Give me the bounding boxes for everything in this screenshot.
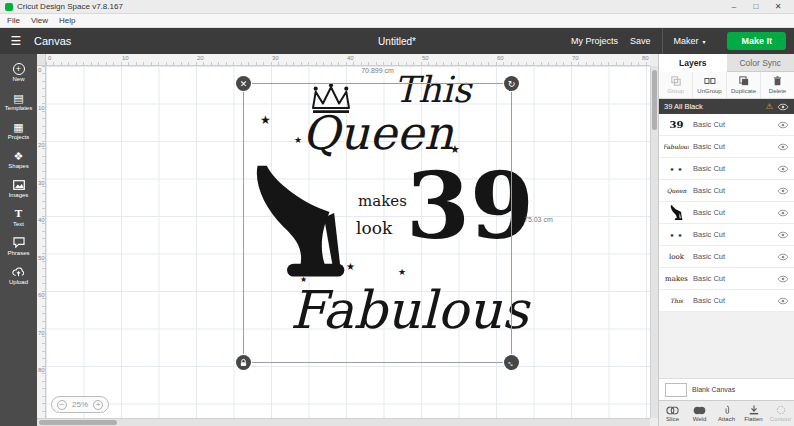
title-bar: Cricut Design Space v7.8.167 – □ ✕: [0, 0, 794, 14]
duplicate-button[interactable]: Duplicate: [727, 72, 761, 98]
eye-icon[interactable]: [777, 187, 789, 195]
layer-group-title: 39 All Black: [664, 102, 703, 111]
menu-file[interactable]: File: [7, 16, 20, 25]
ungroup-button[interactable]: UnGroup: [693, 72, 727, 98]
sidebar-item-projects[interactable]: ▦ Projects: [0, 115, 37, 144]
layer-row[interactable]: Basic Cut: [659, 202, 794, 224]
eye-icon[interactable]: [777, 165, 789, 173]
horizontal-scrollbar-thumb[interactable]: [39, 420, 117, 425]
contour-button: Contour: [767, 401, 794, 426]
stars-thumbnail: ★ ★: [670, 166, 683, 172]
projects-icon: ▦: [13, 120, 23, 133]
flatten-button[interactable]: Flatten: [740, 401, 767, 426]
eye-icon[interactable]: [777, 103, 789, 111]
zoom-in-button[interactable]: +: [93, 400, 103, 410]
layer-row[interactable]: Queen Basic Cut: [659, 180, 794, 202]
rotate-selection-handle[interactable]: ↻: [504, 76, 519, 91]
layer-row[interactable]: This Basic Cut: [659, 290, 794, 312]
vertical-scrollbar-thumb[interactable]: [652, 70, 657, 130]
warning-icon[interactable]: ⚠: [766, 102, 773, 111]
layer-thumbnail: Fabulous: [664, 138, 689, 156]
sidebar-item-phrases[interactable]: Phrases: [0, 231, 37, 260]
layer-tools-bar: Slice Weld Attach Flatten Contour: [659, 400, 794, 426]
delete-button[interactable]: Delete: [761, 72, 794, 98]
my-projects-link[interactable]: My Projects: [571, 36, 618, 46]
shoe-thumbnail: [669, 205, 684, 221]
layer-row[interactable]: Fabulous Basic Cut: [659, 136, 794, 158]
shapes-icon: ❖: [14, 149, 24, 162]
layer-thumbnail: This: [664, 292, 689, 310]
sidebar-item-text[interactable]: T Text: [0, 202, 37, 231]
sidebar-item-new[interactable]: + New: [0, 57, 37, 86]
chevron-down-icon: ▾: [702, 38, 705, 45]
machine-name: Maker: [673, 36, 698, 46]
layer-thumbnail: 39: [664, 116, 689, 134]
resize-selection-handle[interactable]: ↔: [504, 355, 519, 370]
templates-icon: ▤: [13, 91, 23, 104]
layer-thumbnail: ★ ★: [664, 160, 689, 178]
layer-thumbnail: [664, 204, 689, 222]
vertical-scrollbar[interactable]: [650, 66, 658, 418]
eye-icon[interactable]: [777, 297, 789, 305]
layer-group-header[interactable]: 39 All Black ⚠: [659, 99, 794, 114]
hamburger-menu-icon[interactable]: ☰: [0, 28, 32, 54]
zoom-out-button[interactable]: −: [57, 400, 67, 410]
weld-button[interactable]: Weld: [686, 401, 713, 426]
eye-icon[interactable]: [777, 275, 789, 283]
eye-icon[interactable]: [777, 231, 789, 239]
minimize-button[interactable]: –: [723, 0, 745, 13]
menu-help[interactable]: Help: [59, 16, 75, 25]
layer-actions: Group UnGroup Duplicate Delete: [659, 72, 794, 99]
selection-width-dimension: 70.899 cm: [243, 67, 512, 74]
blank-canvas-swatch[interactable]: [665, 383, 687, 397]
slice-button[interactable]: Slice: [659, 401, 686, 426]
layer-row[interactable]: look Basic Cut: [659, 246, 794, 268]
save-link[interactable]: Save: [630, 36, 651, 46]
horizontal-scrollbar[interactable]: [37, 418, 650, 426]
app-header: ☰ Canvas Untitled* My Projects Save Make…: [0, 28, 794, 54]
layer-row[interactable]: makes Basic Cut: [659, 268, 794, 290]
upload-icon: [12, 265, 25, 278]
attach-button[interactable]: Attach: [713, 401, 740, 426]
stars-thumbnail: ★ ★: [670, 232, 683, 238]
maximize-button[interactable]: □: [745, 0, 767, 13]
app-window: Cricut Design Space v7.8.167 – □ ✕ File …: [0, 0, 794, 426]
close-button[interactable]: ✕: [767, 0, 789, 13]
canvas-area: 0 10 20 30 40 50 60 70 80 0 10 20 30 40 …: [37, 54, 658, 426]
tab-color-sync[interactable]: Color Sync: [727, 54, 794, 72]
lock-selection-handle[interactable]: [236, 355, 251, 370]
menu-view[interactable]: View: [31, 16, 48, 25]
machine-selector[interactable]: Maker ▾: [662, 28, 715, 54]
new-icon: +: [13, 62, 25, 75]
phrases-icon: [13, 236, 25, 249]
left-sidebar: + New ▤ Templates ▦ Projects ❖ Shapes Im…: [0, 54, 37, 426]
layer-thumbnail: look: [664, 248, 689, 266]
sidebar-item-templates[interactable]: ▤ Templates: [0, 86, 37, 115]
vertical-ruler: 0 10 20 30 40 50 60 70 80: [37, 66, 46, 418]
images-icon: [13, 178, 25, 191]
sidebar-item-images[interactable]: Images: [0, 173, 37, 202]
eye-icon[interactable]: [777, 121, 789, 129]
tab-layers[interactable]: Layers: [659, 54, 727, 72]
delete-selection-handle[interactable]: ✕: [236, 76, 251, 91]
selection-bounding-box[interactable]: ✕ ↻ ↔: [243, 83, 512, 363]
canvas-page-label: Canvas: [34, 35, 71, 47]
layer-row[interactable]: ★ ★ Basic Cut: [659, 158, 794, 180]
layer-row[interactable]: 39 Basic Cut: [659, 114, 794, 136]
make-it-button[interactable]: Make It: [727, 32, 786, 50]
layer-row[interactable]: ★ ★ Basic Cut: [659, 224, 794, 246]
eye-icon[interactable]: [777, 143, 789, 151]
text-icon: T: [15, 207, 22, 220]
blank-canvas-label: Blank Canvas: [692, 386, 735, 393]
eye-icon[interactable]: [777, 209, 789, 217]
sidebar-item-shapes[interactable]: ❖ Shapes: [0, 144, 37, 173]
horizontal-ruler: 0 10 20 30 40 50 60 70 80: [46, 54, 650, 66]
panel-tabs: Layers Color Sync: [659, 54, 794, 72]
layer-thumbnail: makes: [664, 270, 689, 288]
blank-canvas-row[interactable]: Blank Canvas: [659, 378, 794, 400]
layers-list: 39 Basic Cut Fabulous Basic Cut ★ ★ Basi…: [659, 114, 794, 312]
eye-icon[interactable]: [777, 253, 789, 261]
canvas-grid[interactable]: This Queen makes look 39 Fabulous ★ ★ ★ …: [46, 66, 650, 418]
weld-icon: [693, 406, 706, 415]
sidebar-item-upload[interactable]: Upload: [0, 260, 37, 289]
